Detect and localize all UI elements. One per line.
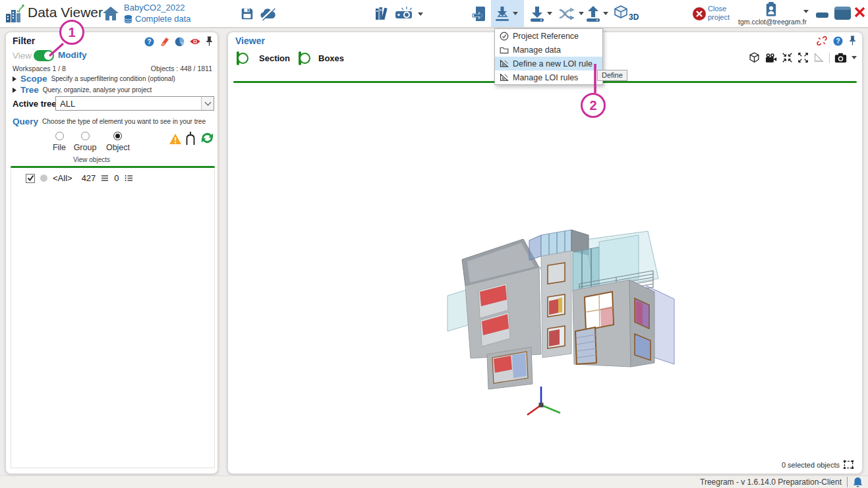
all-checkbox[interactable] bbox=[26, 174, 35, 183]
close-project-label[interactable]: Close project bbox=[708, 5, 738, 22]
document-import-icon[interactable] bbox=[472, 5, 486, 22]
filter-divider bbox=[11, 166, 215, 168]
tree-section[interactable]: Tree Query, organize, analyse your proje… bbox=[13, 85, 152, 95]
tree-row-count-secondary: 0 bbox=[114, 173, 119, 183]
selection-box-icon[interactable] bbox=[843, 460, 854, 470]
view-label: View bbox=[13, 51, 32, 61]
warning-icon bbox=[169, 133, 182, 145]
radio-group-label[interactable]: Group bbox=[71, 143, 99, 152]
object-tree-list[interactable]: <All> 427 0 bbox=[11, 169, 215, 468]
notifications-bell-icon[interactable] bbox=[853, 477, 863, 488]
shuffle-icon bbox=[558, 7, 577, 21]
camera-view-icon[interactable] bbox=[765, 53, 777, 63]
radio-file[interactable] bbox=[55, 132, 64, 140]
project-name: BabyCO2_2022 bbox=[124, 3, 185, 13]
section-toggle-label[interactable]: Section bbox=[259, 53, 290, 63]
active-tree-value: ALL bbox=[56, 99, 201, 109]
viewer-help-icon[interactable]: ? bbox=[833, 36, 843, 46]
expand-view-icon[interactable] bbox=[797, 52, 809, 63]
tree-label[interactable]: Tree bbox=[20, 85, 39, 95]
cube-outline-icon[interactable] bbox=[749, 52, 760, 63]
selected-objects-count: 0 selected objects bbox=[782, 461, 840, 469]
pie-chart-icon[interactable] bbox=[175, 37, 185, 47]
projector-icon[interactable] bbox=[394, 5, 414, 22]
eraser-icon[interactable] bbox=[159, 37, 170, 46]
loi-import-button[interactable] bbox=[491, 0, 524, 27]
project-subtitle: Complete data bbox=[135, 14, 191, 24]
scope-label[interactable]: Scope bbox=[20, 74, 47, 84]
upload-icon bbox=[585, 5, 601, 22]
tree-expander-icon[interactable] bbox=[13, 88, 16, 93]
screenshot-caret[interactable] bbox=[852, 56, 857, 59]
window-close-button[interactable] bbox=[854, 6, 866, 18]
svg-text:?: ? bbox=[836, 38, 840, 45]
status-divider bbox=[847, 477, 848, 487]
toolbar-divider bbox=[829, 53, 830, 63]
close-project-icon[interactable] bbox=[692, 7, 707, 21]
objects-count: Objects : 448 / 1811 bbox=[151, 65, 212, 72]
scope-section[interactable]: Scope Specify a superfiltering condition… bbox=[13, 74, 175, 84]
menu-item-manage-loi-rules[interactable]: Manage LOI rules bbox=[495, 70, 602, 84]
refresh-icon[interactable] bbox=[200, 131, 214, 145]
tree-structure-icon[interactable] bbox=[184, 131, 197, 146]
home-icon[interactable] bbox=[102, 6, 119, 21]
menu-item-define-loi-rule[interactable]: Define a new LOI rule bbox=[495, 57, 602, 70]
loi-import-caret bbox=[513, 12, 518, 15]
tree-row-label[interactable]: <All> bbox=[53, 173, 72, 183]
user-badge-icon[interactable] bbox=[765, 2, 778, 17]
status-dot bbox=[40, 175, 47, 182]
project-reference-icon bbox=[500, 32, 509, 41]
scope-expander-icon[interactable] bbox=[13, 76, 16, 82]
minimize-button[interactable] bbox=[816, 13, 828, 18]
filter-panel: Filter ? bbox=[5, 32, 218, 474]
pin-icon[interactable] bbox=[206, 36, 213, 47]
menu-item-manage-data[interactable]: Manage data bbox=[495, 43, 602, 57]
maximize-button[interactable] bbox=[834, 7, 851, 20]
annotation-step-1: 1 bbox=[59, 20, 84, 45]
define-tooltip: Define bbox=[597, 70, 627, 81]
library-icon[interactable] bbox=[374, 6, 391, 22]
boxes-toggle[interactable] bbox=[299, 51, 301, 65]
boxes-toggle-label[interactable]: Boxes bbox=[318, 53, 344, 63]
view-3d-button[interactable]: 3D bbox=[610, 0, 635, 27]
measure-ruler-icon[interactable] bbox=[813, 52, 825, 63]
viewer-title: Viewer bbox=[235, 36, 265, 46]
loi-dropdown-menu: Project Reference Manage data Define a n… bbox=[494, 28, 603, 85]
projector-dropdown-caret[interactable] bbox=[418, 13, 423, 16]
viewer-panel: Viewer ? Section bbox=[227, 32, 863, 474]
help-icon[interactable]: ? bbox=[144, 37, 154, 47]
application-window: Data Viewer BabyCO2_2022 Complete data bbox=[0, 0, 868, 488]
view-modify-toggle[interactable] bbox=[34, 50, 54, 61]
query-label: Query bbox=[13, 117, 38, 126]
tree-row-count-primary: 427 bbox=[82, 173, 96, 183]
status-version-text: Treegram - v 1.6.14.0 Preparation-Client bbox=[700, 477, 842, 487]
radio-file-label[interactable]: File bbox=[45, 143, 73, 152]
section-toggle[interactable] bbox=[237, 51, 239, 65]
download-button[interactable] bbox=[527, 0, 557, 27]
collapse-view-icon[interactable] bbox=[782, 52, 793, 63]
tree-row-all[interactable]: <All> 427 0 bbox=[26, 173, 133, 183]
viewer-pin-icon[interactable] bbox=[849, 36, 856, 46]
menu-item-project-reference[interactable]: Project Reference bbox=[495, 29, 602, 43]
upload-button[interactable] bbox=[583, 0, 613, 27]
modify-label[interactable]: Modify bbox=[58, 50, 87, 60]
cube-3d-label: 3D bbox=[629, 13, 639, 22]
active-tree-caret[interactable] bbox=[201, 97, 214, 110]
cloud-offline-icon[interactable] bbox=[260, 7, 277, 21]
user-dropdown-caret[interactable] bbox=[803, 10, 809, 13]
radio-group[interactable] bbox=[81, 132, 90, 140]
screenshot-camera-icon[interactable] bbox=[834, 53, 847, 63]
download-caret bbox=[547, 12, 552, 15]
radio-object-label[interactable]: Object bbox=[103, 143, 132, 152]
view-objects-label: View objects bbox=[6, 156, 177, 163]
annotation-step-2: 2 bbox=[581, 93, 606, 118]
unlink-icon[interactable] bbox=[817, 36, 827, 46]
app-logo-icon bbox=[5, 4, 25, 24]
download-icon bbox=[529, 5, 545, 22]
eye-icon[interactable] bbox=[189, 38, 201, 45]
active-tree-label: Active tree bbox=[13, 99, 56, 109]
active-tree-select[interactable]: ALL bbox=[55, 96, 214, 111]
save-icon[interactable] bbox=[240, 7, 254, 21]
radio-object[interactable] bbox=[113, 132, 122, 140]
tree-hint: Query, organize, analyse your project bbox=[43, 86, 152, 94]
